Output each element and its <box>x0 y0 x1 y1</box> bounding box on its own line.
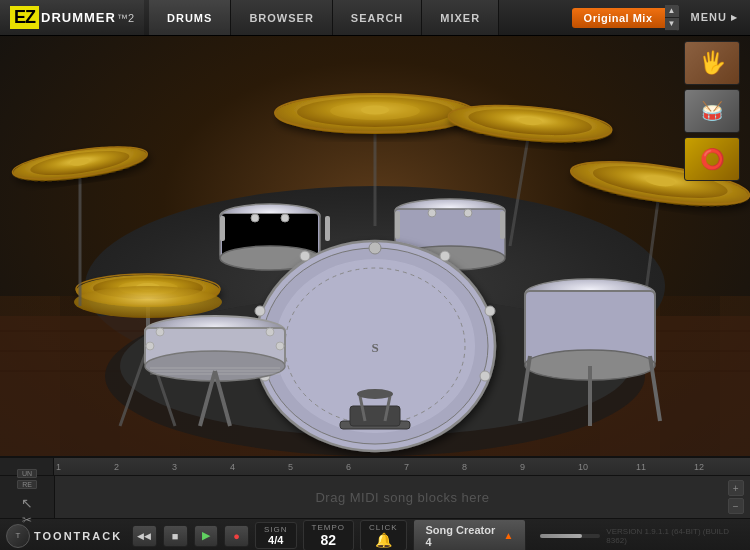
top-bar: EZ DRUMMER ™2 DRUMS BROWSER SEARCH MIXER… <box>0 0 750 36</box>
sign-label: SIGN <box>264 525 288 534</box>
ruler-mark-12: 12 <box>692 462 750 472</box>
undo-button[interactable]: UN <box>17 469 37 478</box>
logo-version: ™2 <box>117 12 134 24</box>
tab-mixer[interactable]: MIXER <box>422 0 499 35</box>
svg-point-48 <box>428 209 436 217</box>
tempo-label: TEMPO <box>312 523 345 532</box>
ruler-mark-7: 7 <box>402 462 460 472</box>
svg-point-86 <box>369 242 381 254</box>
mix-up-arrow[interactable]: ▲ <box>665 5 679 18</box>
stop-button[interactable]: ■ <box>163 525 188 547</box>
zoom-out-icon[interactable]: − <box>728 498 744 514</box>
timeline-ruler: 1 2 3 4 5 6 7 8 9 10 11 12 <box>0 458 750 476</box>
svg-line-27 <box>510 126 530 246</box>
hand-selector[interactable]: 🖐 <box>684 41 740 85</box>
app-container: EZ DRUMMER ™2 DRUMS BROWSER SEARCH MIXER… <box>0 0 750 550</box>
rewind-button[interactable]: ◀◀ <box>132 525 157 547</box>
toontrack-label: TOONTRACK <box>34 530 122 542</box>
svg-point-42 <box>281 214 289 222</box>
bottom-section: 1 2 3 4 5 6 7 8 9 10 11 12 UN RE ↖ ✂ Dra… <box>0 456 750 550</box>
ruler-mark-5: 5 <box>286 462 344 472</box>
song-creator-label: Song Creator 4 <box>426 524 500 548</box>
click-icon[interactable]: 🔔 <box>375 532 392 548</box>
ruler-mark-9: 9 <box>518 462 576 472</box>
toontrack-logo: T TOONTRACK <box>6 524 122 548</box>
bottom-toolbar: T TOONTRACK ◀◀ ■ ▶ ● SIGN 4/4 TEMPO 82 C… <box>0 518 750 550</box>
mix-dropdown[interactable]: Original Mix <box>572 8 665 28</box>
redo-button[interactable]: RE <box>17 480 37 489</box>
volume-fill <box>540 534 582 538</box>
sign-value[interactable]: 4/4 <box>268 534 283 546</box>
record-button[interactable]: ● <box>224 525 249 547</box>
svg-point-66 <box>440 251 450 261</box>
sign-box: SIGN 4/4 <box>255 522 297 549</box>
mix-down-arrow[interactable]: ▼ <box>665 18 679 31</box>
logo-ez: EZ <box>10 6 39 29</box>
svg-point-65 <box>300 251 310 261</box>
svg-rect-82 <box>350 406 400 426</box>
click-label: CLICK <box>369 523 398 532</box>
version-text: VERSION 1.9.1.1 (64-BIT) (BUILD 8362) <box>606 527 744 545</box>
svg-point-41 <box>251 214 259 222</box>
app-logo: EZ DRUMMER ™2 <box>0 0 144 35</box>
drag-hint-text: Drag MIDI song blocks here <box>315 490 489 505</box>
logo-drummer: DRUMMER <box>41 10 116 25</box>
tambourine-selector[interactable]: ⭕ <box>684 137 740 181</box>
track-main: Drag MIDI song blocks here + − <box>55 476 750 518</box>
svg-point-68 <box>480 371 490 381</box>
side-panel: 🖐 🥁 ⭕ <box>684 41 742 181</box>
song-creator-button[interactable]: Song Creator 4 ▲ <box>413 519 527 551</box>
svg-rect-50 <box>395 211 400 239</box>
svg-point-0 <box>0 36 80 54</box>
svg-point-79 <box>156 328 164 336</box>
volume-slider[interactable] <box>540 534 600 538</box>
track-right-icons: + − <box>728 480 744 514</box>
ruler-mark-8: 8 <box>460 462 518 472</box>
zoom-in-icon[interactable]: + <box>728 480 744 496</box>
svg-point-15 <box>74 286 222 318</box>
ruler-mark-2: 2 <box>112 462 170 472</box>
ruler-mark-3: 3 <box>170 462 228 472</box>
tab-browser[interactable]: BROWSER <box>231 0 332 35</box>
svg-point-63 <box>255 306 265 316</box>
toontrack-circle-icon: T <box>6 524 30 548</box>
svg-point-77 <box>146 342 154 350</box>
track-row: UN RE ↖ ✂ Drag MIDI song blocks here + − <box>0 476 750 518</box>
stick-selector[interactable]: 🥁 <box>684 89 740 133</box>
drum-kit-svg: S <box>0 36 750 456</box>
ruler-mark-11: 11 <box>634 462 692 472</box>
tempo-value[interactable]: 82 <box>320 532 336 548</box>
edit-tools: UN RE ↖ ✂ <box>0 476 55 518</box>
svg-text:S: S <box>371 340 378 355</box>
svg-point-85 <box>357 389 393 399</box>
ruler-mark-10: 10 <box>576 462 634 472</box>
click-box: CLICK 🔔 <box>360 520 407 550</box>
volume-slider-area <box>540 534 600 538</box>
song-creator-arrow: ▲ <box>503 530 513 541</box>
mix-arrows: ▲ ▼ <box>665 5 679 31</box>
svg-rect-43 <box>220 216 225 241</box>
play-button[interactable]: ▶ <box>194 525 219 547</box>
tab-search[interactable]: SEARCH <box>333 0 422 35</box>
menu-button[interactable]: MENU ▸ <box>679 11 750 24</box>
svg-point-78 <box>276 342 284 350</box>
ruler-mark-6: 6 <box>344 462 402 472</box>
svg-point-49 <box>464 209 472 217</box>
ruler-mark-1: 1 <box>54 462 112 472</box>
drum-stage: S <box>0 36 750 456</box>
mix-selector: Original Mix ▲ ▼ MENU ▸ <box>572 5 750 31</box>
cursor-tool[interactable]: ↖ <box>18 495 36 511</box>
tab-drums[interactable]: DRUMS <box>149 0 231 35</box>
nav-tabs: DRUMS BROWSER SEARCH MIXER <box>149 0 499 35</box>
svg-point-80 <box>266 328 274 336</box>
tempo-box: TEMPO 82 <box>303 520 354 550</box>
svg-rect-44 <box>325 216 330 241</box>
svg-point-67 <box>485 306 495 316</box>
ruler-mark-4: 4 <box>228 462 286 472</box>
svg-rect-51 <box>500 211 505 239</box>
svg-point-26 <box>361 106 389 115</box>
